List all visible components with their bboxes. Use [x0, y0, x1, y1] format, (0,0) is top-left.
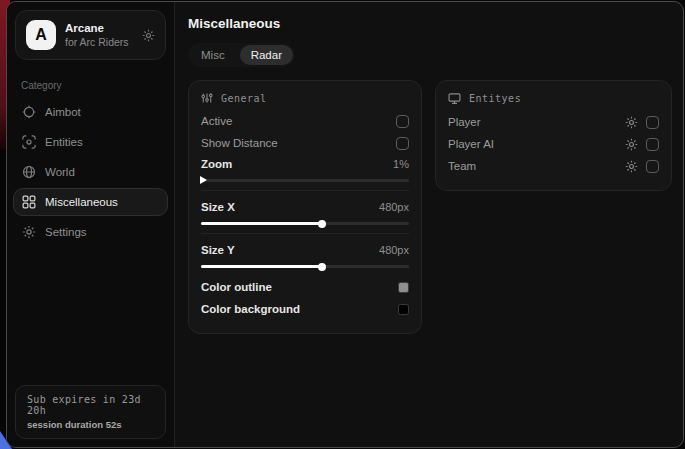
color-label: Color background: [201, 303, 300, 315]
crosshair-icon: [22, 105, 36, 119]
size-y-slider-group: Size Y 480px: [201, 240, 409, 268]
player-settings-gear-icon[interactable]: [625, 116, 638, 129]
sidebar-item-miscellaneous[interactable]: Miscellaneous: [13, 188, 168, 216]
size-y-slider[interactable]: [201, 265, 409, 268]
color-label: Color outline: [201, 281, 272, 293]
toggle-label: Show Distance: [201, 137, 278, 149]
slider-label: Zoom: [201, 158, 232, 170]
sidebar-item-aimbot[interactable]: Aimbot: [13, 98, 168, 126]
app-title: Arcane: [65, 21, 133, 35]
color-row-outline: Color outline: [201, 276, 409, 298]
general-panel-header: General: [201, 92, 409, 104]
show-distance-checkbox[interactable]: [396, 137, 409, 150]
entities-panel-title: Entityes: [469, 93, 521, 104]
entity-label: Player AI: [448, 138, 494, 150]
main-content: Miscellaneous Misc Radar: [175, 2, 684, 447]
grid-icon: [22, 195, 36, 209]
panels-row: General Active Show Distance Zoom 1%: [188, 80, 672, 334]
sidebar: A Arcane for Arc Riders Category: [7, 2, 175, 447]
globe-icon: [22, 165, 36, 179]
entity-controls: [625, 116, 659, 129]
entity-label: Player: [448, 116, 481, 128]
app-logo: A: [26, 20, 56, 50]
slider-value: 1%: [393, 158, 409, 170]
entities-panel-header: Entityes: [448, 92, 659, 105]
slider-label-row: Size Y 480px: [201, 240, 409, 260]
slider-fill: [201, 265, 322, 268]
color-row-background: Color background: [201, 298, 409, 320]
player-checkbox[interactable]: [646, 116, 659, 129]
sub-expires-text: Sub expires in 23d 20h: [27, 394, 154, 416]
slider-label: Size X: [201, 201, 235, 213]
tab-bar: Misc Radar: [188, 43, 295, 67]
session-duration-text: session duration 52s: [27, 419, 154, 430]
slider-thumb[interactable]: [318, 263, 326, 271]
sidebar-item-label: Miscellaneous: [45, 196, 118, 208]
zoom-slider-group: Zoom 1%: [201, 154, 409, 182]
slider-label: Size Y: [201, 244, 235, 256]
color-outline-swatch[interactable]: [398, 282, 409, 293]
slider-value: 480px: [379, 201, 409, 213]
sidebar-item-settings[interactable]: Settings: [13, 218, 168, 246]
entity-controls: [625, 160, 659, 173]
team-settings-gear-icon[interactable]: [625, 160, 638, 173]
general-panel: General Active Show Distance Zoom 1%: [188, 80, 422, 334]
toggle-row-show-distance: Show Distance: [201, 132, 409, 154]
logo-settings-icon[interactable]: [142, 29, 155, 42]
player-ai-settings-gear-icon[interactable]: [625, 138, 638, 151]
sidebar-item-entities[interactable]: Entities: [13, 128, 168, 156]
subscription-status-card: Sub expires in 23d 20h session duration …: [15, 385, 166, 439]
entity-controls: [625, 138, 659, 151]
divider: [201, 233, 409, 234]
sidebar-item-label: World: [45, 166, 75, 178]
gear-icon: [22, 225, 36, 239]
sidebar-item-label: Entities: [45, 136, 83, 148]
slider-value: 480px: [379, 244, 409, 256]
entity-row-player: Player: [448, 111, 659, 133]
color-background-swatch[interactable]: [398, 304, 409, 315]
player-ai-checkbox[interactable]: [646, 138, 659, 151]
tab-misc[interactable]: Misc: [190, 45, 236, 65]
app-window: A Arcane for Arc Riders Category: [6, 1, 684, 448]
toggle-label: Active: [201, 115, 232, 127]
logo-text: Arcane for Arc Riders: [65, 21, 133, 49]
sliders-icon: [201, 92, 213, 104]
active-checkbox[interactable]: [396, 115, 409, 128]
zoom-slider[interactable]: [201, 179, 409, 182]
entity-label: Team: [448, 160, 476, 172]
size-x-slider-group: Size X 480px: [201, 197, 409, 225]
slider-fill: [201, 222, 322, 225]
slider-label-row: Zoom 1%: [201, 154, 409, 174]
logo-card: A Arcane for Arc Riders: [15, 10, 166, 60]
monitor-icon: [448, 92, 461, 105]
slider-thumb[interactable]: [200, 176, 207, 184]
general-panel-title: General: [221, 93, 267, 104]
app-logo-letter: A: [35, 26, 47, 44]
screen: A Arcane for Arc Riders Category: [0, 0, 685, 449]
entity-row-team: Team: [448, 155, 659, 177]
tab-radar[interactable]: Radar: [240, 45, 293, 65]
sidebar-item-world[interactable]: World: [13, 158, 168, 186]
category-label: Category: [21, 80, 160, 91]
sidebar-nav: Aimbot Entities: [7, 97, 174, 247]
slider-thumb[interactable]: [318, 220, 326, 228]
divider: [201, 190, 409, 191]
scan-eye-icon: [22, 135, 36, 149]
page-title: Miscellaneous: [188, 16, 672, 31]
sidebar-item-label: Settings: [45, 226, 87, 238]
sidebar-item-label: Aimbot: [45, 106, 81, 118]
app-subtitle: for Arc Riders: [65, 36, 133, 49]
toggle-row-active: Active: [201, 110, 409, 132]
team-checkbox[interactable]: [646, 160, 659, 173]
slider-label-row: Size X 480px: [201, 197, 409, 217]
size-x-slider[interactable]: [201, 222, 409, 225]
entities-panel: Entityes Player: [435, 80, 672, 191]
entity-row-player-ai: Player AI: [448, 133, 659, 155]
